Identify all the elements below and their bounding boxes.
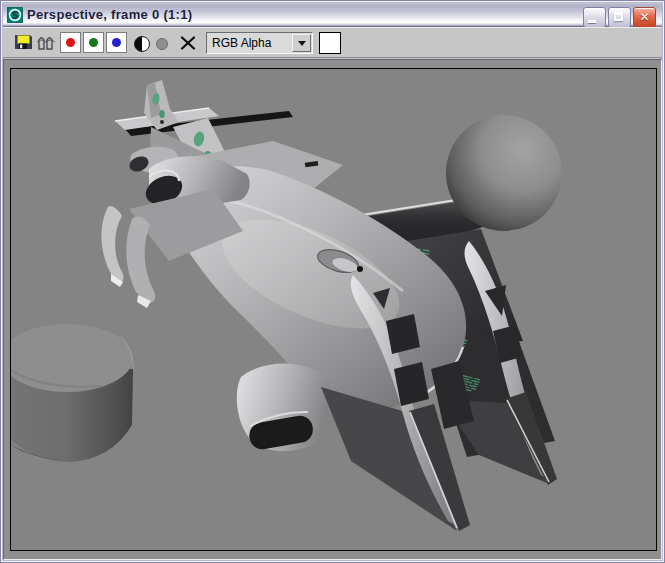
vfb-toolbar: RGB Alpha xyxy=(3,27,662,58)
color-swatch[interactable] xyxy=(319,32,341,54)
red-channel-button[interactable] xyxy=(60,32,81,53)
window-title: Perspective, frame 0 (1:1) xyxy=(27,7,192,22)
dropdown-button[interactable] xyxy=(292,34,311,52)
green-channel-icon xyxy=(89,38,98,47)
alpha-channel-button[interactable] xyxy=(134,36,150,52)
channel-display-dropdown[interactable]: RGB Alpha xyxy=(206,32,313,54)
sphere xyxy=(446,115,562,231)
blue-channel-button[interactable] xyxy=(106,32,127,53)
title-bar[interactable]: Perspective, frame 0 (1:1) ✕ xyxy=(3,3,662,27)
red-channel-icon xyxy=(66,38,75,47)
monochrome-button[interactable] xyxy=(156,38,168,50)
rendered-frame-window: Perspective, frame 0 (1:1) ✕ xyxy=(0,0,665,563)
rendered-image[interactable] xyxy=(10,68,657,551)
channel-display-value: RGB Alpha xyxy=(212,36,271,50)
monochrome-icon xyxy=(156,38,168,50)
minimize-button[interactable] xyxy=(583,7,606,28)
cylinder xyxy=(11,324,133,462)
clone-window-button[interactable] xyxy=(36,34,56,51)
3ds-max-logo-icon xyxy=(7,7,23,23)
blue-channel-icon xyxy=(112,38,121,47)
minimize-icon xyxy=(588,20,596,23)
close-icon: ✕ xyxy=(634,9,655,26)
chevron-down-icon xyxy=(298,41,306,46)
clear-button[interactable] xyxy=(180,35,196,51)
alpha-channel-icon xyxy=(134,36,150,52)
save-bitmap-button[interactable] xyxy=(14,33,33,51)
maximize-icon xyxy=(614,12,623,21)
green-channel-button[interactable] xyxy=(83,32,104,53)
vfb-client-area xyxy=(3,59,662,560)
maximize-button[interactable] xyxy=(608,7,631,28)
render-canvas xyxy=(11,69,656,550)
close-button[interactable]: ✕ xyxy=(633,7,656,28)
